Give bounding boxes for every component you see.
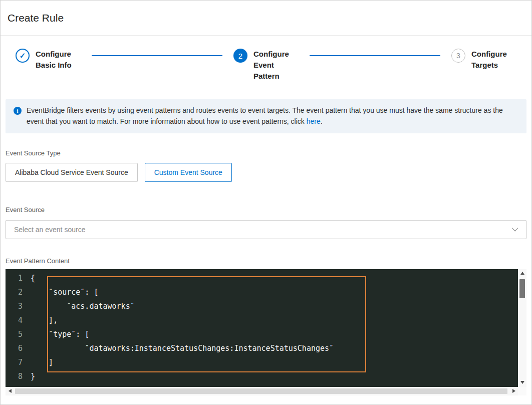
event-source-type-options: Alibaba Cloud Service Event Source Custo… <box>6 163 526 182</box>
info-icon: i <box>14 107 22 115</box>
step-configure-event-pattern[interactable]: 2 Configure Event Pattern <box>233 49 299 81</box>
code-line: 6 ″dataworks:InstanceStatusChanges:Insta… <box>6 341 526 355</box>
step-2-symbol: 2 <box>238 52 242 60</box>
step-1-check-icon: ✓ <box>16 49 30 63</box>
step-configure-basic-info[interactable]: ✓ Configure Basic Info <box>16 49 81 71</box>
step-2-label: Configure Event Pattern <box>253 49 299 81</box>
vertical-scroll-thumb[interactable] <box>519 279 525 298</box>
step-configure-targets[interactable]: 3 Configure Targets <box>451 49 516 71</box>
step-3-circle: 3 <box>451 49 465 63</box>
page-header: Create Rule <box>1 1 531 36</box>
step-3-label: Configure Targets <box>471 49 516 71</box>
event-patterns-help-link[interactable]: here <box>307 117 321 125</box>
event-source-select[interactable]: Select an event source <box>6 220 526 239</box>
step-1-symbol: ✓ <box>20 51 26 60</box>
code-line: 8 } <box>6 369 526 383</box>
line-number: 6 <box>6 341 23 355</box>
step-connector-2 <box>310 55 440 56</box>
info-banner: i EventBridge filters events by using ev… <box>6 99 526 133</box>
line-code: { <box>23 271 35 285</box>
scrollbar-corner <box>518 387 526 395</box>
horizontal-scrollbar[interactable] <box>6 387 518 395</box>
line-number: 4 <box>6 313 23 327</box>
event-source-placeholder: Select an event source <box>14 226 85 234</box>
line-number: 2 <box>6 285 23 299</box>
scroll-down-icon[interactable] <box>518 378 526 387</box>
code-area: 1 { 2 ″source″: [ 3 ″acs.dataworks″ 4 ],… <box>6 269 526 383</box>
line-number: 1 <box>6 271 23 285</box>
create-rule-window: Create Rule ✓ Configure Basic Info 2 Con… <box>0 0 532 405</box>
info-banner-text-main: EventBridge filters events by using even… <box>27 106 503 125</box>
line-code: ″dataworks:InstanceStatusChanges:Instanc… <box>23 341 334 355</box>
code-line: 2 ″source″: [ <box>6 285 526 299</box>
step-1-label: Configure Basic Info <box>36 49 81 71</box>
code-line: 7 ] <box>6 355 526 369</box>
line-code: ″source″: [ <box>23 285 98 299</box>
line-number: 7 <box>6 355 23 369</box>
horizontal-scroll-thumb[interactable] <box>15 388 507 394</box>
event-pattern-editor[interactable]: 1 { 2 ″source″: [ 3 ″acs.dataworks″ 4 ],… <box>6 269 526 395</box>
page-title: Create Rule <box>8 12 64 24</box>
scroll-right-icon[interactable] <box>509 387 518 395</box>
line-code: ″type″: [ <box>23 327 89 341</box>
code-line: 1 { <box>6 271 526 285</box>
step-connector-1 <box>92 55 222 56</box>
info-banner-text-suffix: . <box>321 117 323 125</box>
line-code: ″acs.dataworks″ <box>23 299 135 313</box>
wizard-stepper: ✓ Configure Basic Info 2 Configure Event… <box>16 49 516 81</box>
info-banner-text: EventBridge filters events by using even… <box>27 105 518 127</box>
scroll-left-icon[interactable] <box>6 387 14 395</box>
step-3-symbol: 3 <box>456 52 460 60</box>
code-line: 5 ″type″: [ <box>6 327 526 341</box>
line-number: 3 <box>6 299 23 313</box>
event-pattern-content-label: Event Pattern Content <box>6 257 526 265</box>
code-line: 4 ], <box>6 313 526 327</box>
vertical-scrollbar[interactable] <box>518 269 526 387</box>
event-source-type-label: Event Source Type <box>6 149 526 157</box>
line-number: 8 <box>6 369 23 383</box>
line-code: } <box>23 369 35 383</box>
event-source-label: Event Source <box>6 206 526 214</box>
custom-event-source-button[interactable]: Custom Event Source <box>145 163 232 182</box>
line-number: 5 <box>6 327 23 341</box>
code-line: 3 ″acs.dataworks″ <box>6 299 526 313</box>
step-2-circle: 2 <box>233 49 247 63</box>
scroll-up-icon[interactable] <box>518 269 526 278</box>
chevron-down-icon <box>512 225 518 231</box>
line-code: ], <box>23 313 58 327</box>
line-code: ] <box>23 355 53 369</box>
alibaba-cloud-service-event-source-button[interactable]: Alibaba Cloud Service Event Source <box>6 163 138 182</box>
